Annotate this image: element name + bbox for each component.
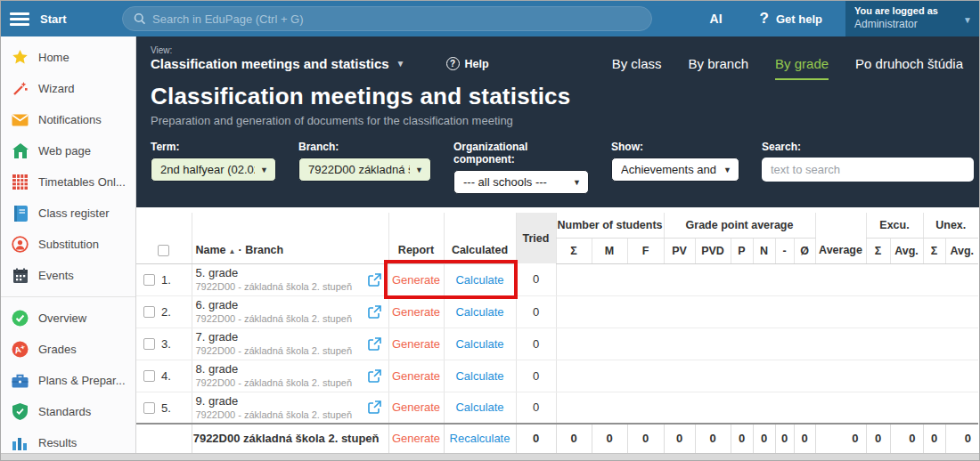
sidebar-item-plans[interactable]: Plans & Prepar... <box>1 365 135 396</box>
row-checkbox[interactable] <box>143 338 155 350</box>
notebook-icon <box>12 205 29 222</box>
row-checkbox[interactable] <box>143 274 155 286</box>
chevron-down-icon: ▼ <box>573 178 581 187</box>
select-all-cell <box>136 238 192 263</box>
external-link-icon[interactable] <box>368 369 381 383</box>
row-checkbox[interactable] <box>143 370 155 382</box>
page-header: View: Classification meetings and statis… <box>136 36 979 207</box>
sidebar-item-overview[interactable]: Overview <box>1 303 135 334</box>
sidebar-item-home[interactable]: Home <box>1 42 135 73</box>
col-tried[interactable]: Tried <box>516 213 556 263</box>
get-help-button[interactable]: ? Get help <box>760 10 822 28</box>
summary-f: 0 <box>627 424 664 453</box>
sidebar-separator <box>1 296 135 297</box>
external-link-icon[interactable] <box>368 400 381 414</box>
table-row: 3. 7. grade7922D00 - základná škola 2. s… <box>136 328 978 360</box>
summary-unex-avg: 0 <box>945 424 978 453</box>
global-search[interactable] <box>122 6 652 31</box>
calculate-link[interactable]: Calculate <box>455 369 503 383</box>
col-excu-sum[interactable]: Σ <box>866 238 890 263</box>
org-component-select[interactable]: --- all schools ---▼ <box>453 170 589 194</box>
col-sum-students[interactable]: Σ <box>556 238 592 263</box>
branch-select[interactable]: 7922D00 základná š▼ <box>298 158 431 182</box>
recalculate-link[interactable]: Recalculate <box>450 432 510 445</box>
term-filter: Term: 2nd halfyear (02.02▼ <box>151 141 276 194</box>
user-menu[interactable]: You are logged as Administrator ▼ <box>845 1 979 36</box>
tried-value: 0 <box>516 328 556 360</box>
external-link-icon[interactable] <box>368 273 381 287</box>
row-checkbox[interactable] <box>143 402 155 414</box>
hamburger-menu-icon[interactable] <box>10 12 29 26</box>
summary-dash: 0 <box>775 424 794 453</box>
calculate-link[interactable]: Calculate <box>455 337 503 351</box>
sidebar-item-events[interactable]: Events <box>1 260 135 291</box>
external-link-icon[interactable] <box>368 305 381 319</box>
col-pv[interactable]: PV <box>664 238 695 263</box>
col-pvd[interactable]: PVD <box>695 238 731 263</box>
home-star-icon <box>12 49 29 66</box>
generate-link[interactable]: Generate <box>392 400 440 414</box>
grade-name: 5. grade <box>196 266 353 280</box>
col-excu-avg[interactable]: Avg. <box>890 238 923 263</box>
sidebar-item-standards[interactable]: Standards <box>1 396 135 427</box>
global-search-input[interactable] <box>152 12 641 26</box>
grade-branch: 7922D00 - základná škola 2. stupeň <box>196 344 353 357</box>
col-p[interactable]: P <box>731 238 753 263</box>
generate-link[interactable]: Generate <box>392 273 440 287</box>
main-area: View: Classification meetings and statis… <box>136 36 979 453</box>
col-n[interactable]: N <box>753 238 775 263</box>
term-label: Term: <box>151 141 276 153</box>
calculate-link[interactable]: Calculate <box>455 273 503 287</box>
summary-pv: 0 <box>664 424 695 453</box>
page-subtitle: Preparation and generation of documents … <box>151 114 965 127</box>
col-report[interactable]: Report <box>388 238 444 263</box>
ai-button[interactable]: AI <box>710 12 723 26</box>
generate-link[interactable]: Generate <box>392 337 440 351</box>
tab-by-grade[interactable]: By grade <box>775 56 829 80</box>
topbar-right: AI ? Get help You are logged as Administ… <box>710 1 979 36</box>
sidebar-item-substitution[interactable]: Substitution <box>1 229 135 260</box>
sidebar-item-wizard[interactable]: Wizard <box>1 73 135 104</box>
sidebar-item-grades[interactable]: A⁺ Grades <box>1 334 135 365</box>
show-select[interactable]: Achievements and a▼ <box>611 158 739 182</box>
tried-value: 0 <box>516 360 556 392</box>
tab-by-branch[interactable]: By branch <box>688 56 748 80</box>
sidebar-item-timetables[interactable]: Timetables Onl... <box>1 166 135 198</box>
calculate-link[interactable]: Calculate <box>455 305 503 319</box>
start-button[interactable]: Start <box>40 12 67 26</box>
row-checkbox[interactable] <box>143 306 155 318</box>
tab-by-class[interactable]: By class <box>612 56 662 80</box>
chevron-down-icon: ▼ <box>415 166 423 174</box>
sidebar-item-notifications[interactable]: Notifications <box>1 104 135 135</box>
summary-unex-sum: 0 <box>923 424 945 453</box>
grade-branch: 7922D00 - základná škola 2. stupeň <box>196 376 353 389</box>
generate-link[interactable]: Generate <box>392 369 440 383</box>
grades-table: Tried Number of students Grade point ave… <box>136 213 978 453</box>
table-search-input[interactable] <box>762 158 974 182</box>
term-select[interactable]: 2nd halfyear (02.02▼ <box>151 158 276 182</box>
generate-all-link[interactable]: Generate <box>392 432 440 445</box>
group-unexcused: Unex. <box>923 213 978 238</box>
generate-link[interactable]: Generate <box>392 305 440 319</box>
view-label: View: <box>151 45 965 55</box>
external-link-icon[interactable] <box>368 337 381 351</box>
sidebar-item-class-register[interactable]: Class register <box>1 198 135 229</box>
sidebar-item-results[interactable]: Results <box>1 427 135 453</box>
col-female[interactable]: F <box>627 238 664 263</box>
col-dash[interactable]: - <box>775 238 794 263</box>
view-selector[interactable]: Classification meetings and statistics <box>151 56 389 71</box>
sidebar-item-webpage[interactable]: Web page <box>1 135 135 166</box>
col-unex-avg[interactable]: Avg. <box>945 238 978 263</box>
help-button[interactable]: ? Help <box>446 57 489 70</box>
col-calculated[interactable]: Calculated <box>444 238 516 263</box>
topbar: Start AI ? Get help You are logged as Ad… <box>1 1 979 36</box>
calculate-link[interactable]: Calculate <box>455 400 503 414</box>
col-average[interactable]: Average <box>815 238 866 263</box>
col-male[interactable]: M <box>592 238 627 263</box>
col-name-branch[interactable]: Name▲· Branch <box>192 238 388 263</box>
tab-po-druhoch-studia[interactable]: Po druhoch štúdia <box>855 56 963 80</box>
select-all-checkbox[interactable] <box>158 245 169 256</box>
col-diameter[interactable]: Ø <box>794 238 815 263</box>
grade-branch: 7922D00 - základná škola 2. stupeň <box>196 280 353 293</box>
col-unex-sum[interactable]: Σ <box>923 238 945 263</box>
